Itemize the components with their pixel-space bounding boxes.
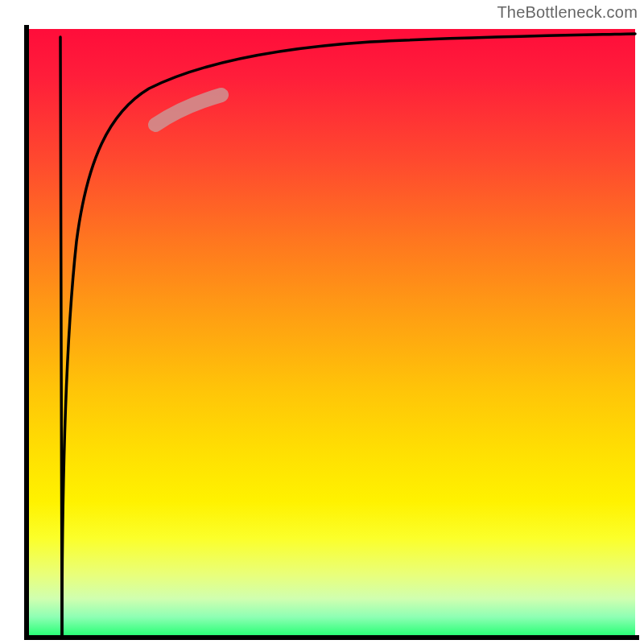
watermark-text: TheBottleneck.com (497, 3, 638, 22)
plot-gradient-background (29, 29, 635, 635)
chart-canvas: TheBottleneck.com (0, 0, 644, 644)
x-axis (24, 635, 639, 640)
y-axis (24, 25, 29, 639)
